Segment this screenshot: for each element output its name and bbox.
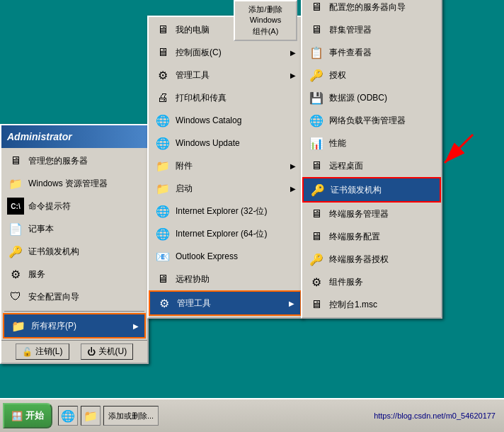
ie32-icon: 🌐 — [154, 203, 171, 220]
menu-item-explorer[interactable]: 📁 Windows 资源管理器 — [1, 172, 147, 195]
addremove-menu: 添加/删除 Windows 组件(A) — [234, 0, 297, 41]
win-update-icon: 🌐 — [154, 135, 171, 152]
start-button[interactable]: 🪟 开始 — [3, 403, 52, 428]
prog-admin-tools-top[interactable]: ⚙ 管理工具 ▶ — [149, 64, 302, 86]
nlb-icon: 🌐 — [308, 112, 325, 129]
perf-icon: 📊 — [308, 135, 325, 152]
windows-logo: 🪟 — [11, 411, 23, 421]
admin-tools-bottom-icon: ⚙ — [156, 295, 173, 312]
logoff-icon: 🔓 — [22, 347, 33, 357]
explorer-icon: 📁 — [7, 175, 24, 192]
control-panel-icon: 🖥 — [154, 44, 171, 61]
services-sm-icon: ⚙ — [7, 266, 24, 283]
event-viewer-icon: 📋 — [308, 44, 325, 61]
taskbar: 🪟 开始 🌐 📁 添加或删除... https://blog.csdn.net/… — [0, 398, 504, 432]
shutdown-icon: ⏻ — [87, 347, 96, 357]
menu-item-manage-server[interactable]: 🖥 管理您的服务器 — [1, 149, 147, 172]
start-menu-bottom: 🔓 注销(L) ⏻ 关机(U) — [1, 340, 147, 363]
admin-item-cert[interactable]: 🔑 证书颁发机构 — [302, 177, 441, 203]
admin-item-ts-license[interactable]: 🔑 终端服务器授权 — [302, 248, 441, 271]
accessories-icon: 📁 — [154, 157, 171, 174]
cert-icon: 🔑 — [309, 181, 326, 198]
menu-item-all-programs[interactable]: 📁 所有程序(P) ▶ — [3, 313, 146, 339]
prog-printers[interactable]: 🖨 打印机和传真 — [149, 86, 302, 109]
admin-item-perf[interactable]: 📊 性能 — [302, 132, 441, 154]
prog-startup[interactable]: 📁 启动 ▶ — [149, 177, 302, 200]
ie64-icon: 🌐 — [154, 225, 171, 242]
prog-control-panel[interactable]: 🖥 控制面板(C) ▶ — [149, 41, 302, 64]
menu-item-security[interactable]: 🛡 安全配置向导 — [1, 285, 147, 308]
start-menu-divider — [4, 311, 144, 312]
start-menu-items: 🖥 管理您的服务器 📁 Windows 资源管理器 C:\ 命令提示符 📄 记事… — [1, 148, 147, 309]
remote-assist-icon: 🖥 — [154, 271, 171, 288]
admin-item-console[interactable]: 🖥 控制台1.msc — [302, 293, 441, 316]
admin-item-auth[interactable]: 🔑 授权 — [302, 64, 441, 86]
taskbar-add-remove-icon[interactable]: 添加或删除... — [103, 406, 159, 426]
shutdown-button[interactable]: ⏻ 关机(U) — [81, 343, 134, 360]
notepad-icon: 📄 — [7, 220, 24, 237]
taskbar-ie-icon[interactable]: 🌐 — [58, 406, 78, 426]
prog-admin-tools-bottom[interactable]: ⚙ 管理工具 ▶ — [149, 290, 302, 316]
admin-item-nlb[interactable]: 🌐 网络负载平衡管理器 — [302, 109, 441, 132]
startup-icon: 📁 — [154, 180, 171, 197]
menu-item-cert-sm[interactable]: 🔑 证书颁发机构 — [1, 240, 147, 263]
ts-manager-icon: 🖥 — [308, 205, 325, 222]
admin-item-odbc[interactable]: 💾 数据源 (ODBC) — [302, 86, 441, 109]
menu-item-cmd[interactable]: C:\ 命令提示符 — [1, 195, 147, 217]
printers-icon: 🖨 — [154, 89, 171, 106]
prog-ie32[interactable]: 🌐 Internet Explorer (32-位) — [149, 200, 302, 222]
prog-remote-assist[interactable]: 🖥 远程协助 — [149, 268, 302, 290]
desktop: 添加/删除 Windows 组件(A) 🔒 本地安全策略 📁 分布式文件系统 ⚙… — [0, 0, 504, 398]
prog-win-catalog[interactable]: 🌐 Windows Catalog — [149, 109, 302, 132]
auth-icon: 🔑 — [308, 67, 325, 84]
ts-config-icon: 🖥 — [308, 228, 325, 245]
my-computer-icon: 🖥 — [154, 21, 171, 38]
url-display: https://blog.csdn.net/m0_54620177 — [368, 410, 501, 421]
menu-item-services-sm[interactable]: ⚙ 服务 — [1, 263, 147, 285]
admin-tools-top-icon: ⚙ — [154, 67, 171, 84]
logoff-button[interactable]: 🔓 注销(L) — [16, 343, 69, 360]
addremove-title: 添加/删除 Windows 组件(A) — [248, 5, 282, 35]
start-menu: Administrator 🖥 管理您的服务器 📁 Windows 资源管理器 … — [0, 124, 149, 364]
outlook-icon: 📧 — [154, 248, 171, 265]
config-wizard-icon: 🖥 — [308, 0, 325, 16]
admin-item-com[interactable]: ⚙ 组件服务 — [302, 271, 441, 293]
manage-server-sm-icon: 🖥 — [7, 152, 24, 169]
programs-submenu: 🖥 我的电脑 🖥 控制面板(C) ▶ ⚙ 管理工具 ▶ 🖨 打印机和传真 🌐 W… — [147, 16, 303, 319]
prog-accessories[interactable]: 📁 附件 ▶ — [149, 154, 302, 177]
win-catalog-icon: 🌐 — [154, 112, 171, 129]
com-icon: ⚙ — [308, 273, 325, 290]
svg-line-1 — [445, 135, 473, 163]
admintools-submenu: 🔒 本地安全策略 📁 分布式文件系统 ⚙ 服务 🖥 管理您的服务器 🖥 计算机管… — [301, 0, 442, 319]
taskbar-icons: 🌐 📁 添加或删除... — [58, 406, 159, 426]
start-menu-header: Administrator — [1, 125, 147, 148]
admin-item-ts-manager[interactable]: 🖥 终端服务管理器 — [302, 203, 441, 225]
taskbar-folder-icon[interactable]: 📁 — [81, 406, 101, 426]
remote-desktop-icon: 🖥 — [308, 157, 325, 174]
prog-win-update[interactable]: 🌐 Windows Update — [149, 132, 302, 154]
prog-outlook[interactable]: 📧 Outlook Express — [149, 245, 302, 268]
security-icon: 🛡 — [7, 288, 24, 305]
admin-item-config-wizard[interactable]: 🖥 配置您的服务器向导 — [302, 0, 441, 18]
admin-item-remote-desktop[interactable]: 🖥 远程桌面 — [302, 154, 441, 177]
cert-sm-icon: 🔑 — [7, 243, 24, 260]
console-icon: 🖥 — [308, 296, 325, 313]
admin-item-ts-config[interactable]: 🖥 终端服务配置 — [302, 225, 441, 248]
odbc-icon: 💾 — [308, 89, 325, 106]
start-menu-user: Administrator — [7, 131, 72, 142]
cmd-icon: C:\ — [7, 198, 24, 215]
admin-item-event-viewer[interactable]: 📋 事件查看器 — [302, 41, 441, 64]
prog-ie64[interactable]: 🌐 Internet Explorer (64-位) — [149, 222, 302, 245]
all-programs-icon: 📁 — [10, 317, 27, 334]
menu-item-notepad[interactable]: 📄 记事本 — [1, 217, 147, 240]
cluster-icon: 🖥 — [308, 21, 325, 38]
ts-license-icon: 🔑 — [308, 251, 325, 268]
admin-item-cluster[interactable]: 🖥 群集管理器 — [302, 18, 441, 41]
